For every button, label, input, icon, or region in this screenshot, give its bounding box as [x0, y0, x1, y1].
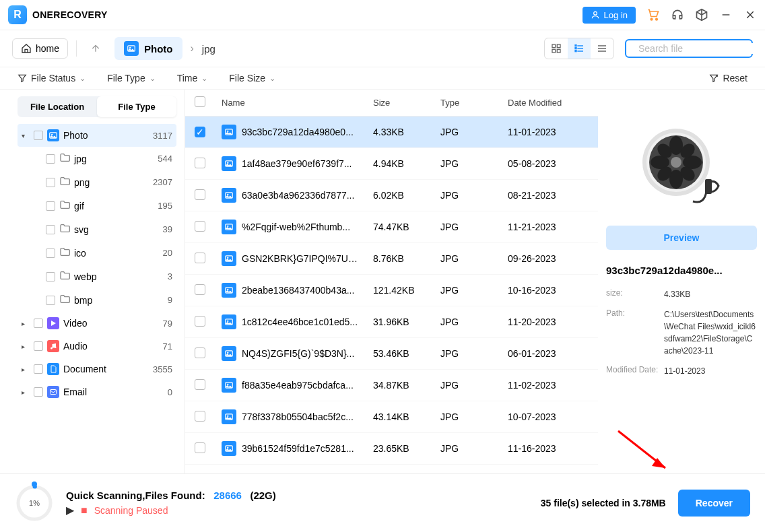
category-name: Audio [63, 341, 159, 352]
file-date: 11-16-2023 [508, 443, 589, 454]
list-view-button[interactable] [591, 38, 613, 59]
sidebar-category-video[interactable]: ▸ Video 79 [18, 312, 176, 335]
sidebar-subcategory-ico[interactable]: ico 20 [18, 241, 176, 265]
stop-button[interactable]: ■ [81, 504, 88, 517]
sidebar-subcategory-svg[interactable]: svg 39 [18, 218, 176, 241]
header-size[interactable]: Size [373, 98, 440, 108]
cart-icon[interactable] [646, 8, 660, 22]
preview-button[interactable]: Preview [606, 226, 757, 250]
sidebar-category-document[interactable]: ▸ Document 3555 [18, 358, 176, 380]
sidebar-category-photo[interactable]: ▾ Photo 3117 [18, 124, 176, 147]
up-button[interactable] [85, 38, 106, 59]
checkbox[interactable] [46, 272, 55, 281]
login-button[interactable]: Log in [583, 7, 636, 24]
audio-icon [47, 340, 59, 352]
table-row[interactable]: 1af48ae379e90ef6739f7... 4.94KB JPG 05-0… [185, 148, 598, 180]
filter-time[interactable]: Time ⌄ [177, 73, 208, 84]
header-type[interactable]: Type [440, 98, 508, 108]
row-checkbox[interactable] [195, 411, 205, 422]
filter-size[interactable]: File Size ⌄ [229, 73, 275, 84]
table-row[interactable]: NQ4S)ZGFI5{G)`9$D3N}... 53.46KB JPG 06-0… [185, 338, 598, 370]
svg-rect-15 [575, 45, 576, 46]
checkbox[interactable] [34, 131, 43, 140]
search-input[interactable] [638, 43, 756, 54]
checkbox[interactable] [46, 296, 55, 305]
folder-icon [59, 176, 70, 189]
row-checkbox[interactable] [195, 442, 205, 453]
tab-file-type[interactable]: File Type [97, 96, 176, 117]
checkbox[interactable] [46, 178, 55, 187]
close-icon[interactable] [743, 8, 757, 22]
subcategory-name: png [74, 177, 149, 188]
file-name: f88a35e4eab975cbdafca... [242, 380, 354, 391]
checkbox[interactable] [46, 154, 55, 164]
checkbox[interactable] [34, 364, 43, 374]
file-size: 31.96KB [373, 317, 440, 327]
sidebar-category-audio[interactable]: ▸ Audio 71 [18, 335, 176, 358]
image-icon [222, 409, 236, 424]
svg-point-36 [227, 194, 228, 195]
sidebar-subcategory-webp[interactable]: webp 3 [18, 265, 176, 288]
minimize-icon[interactable] [719, 8, 733, 22]
row-checkbox[interactable] [195, 189, 205, 200]
file-name: NQ4S)ZGFI5{G)`9$D3N}... [242, 348, 354, 359]
header-date[interactable]: Date Modified [508, 98, 589, 108]
image-icon [222, 220, 236, 234]
row-checkbox[interactable] [195, 158, 205, 168]
breadcrumb-root[interactable]: Photo [114, 37, 182, 60]
table-row[interactable]: f88a35e4eab975cbdafca... 34.87KB JPG 11-… [185, 370, 598, 401]
table-row[interactable]: 1c812c4ee46bce1c01ed5... 31.96KB JPG 11-… [185, 306, 598, 338]
grid-view-button[interactable] [545, 38, 568, 59]
table-row[interactable]: 63a0e3b4a962336d7877... 6.02KB JPG 08-21… [185, 180, 598, 211]
table-row[interactable]: ✓ 93c3bc729a12da4980e0... 4.33KB JPG 11-… [185, 117, 598, 148]
table-row[interactable]: 778f3378b05504bac5f2c... 43.14KB JPG 10-… [185, 401, 598, 433]
checkbox[interactable] [46, 201, 55, 211]
recover-button[interactable]: Recover [678, 490, 750, 517]
sidebar-subcategory-bmp[interactable]: bmp 9 [18, 288, 176, 312]
search-box[interactable] [625, 39, 753, 58]
support-icon[interactable] [671, 8, 684, 22]
svg-rect-17 [575, 51, 576, 52]
cube-icon[interactable] [695, 8, 708, 22]
row-checkbox[interactable] [195, 284, 205, 295]
row-checkbox[interactable] [195, 221, 205, 232]
row-checkbox[interactable] [195, 316, 205, 327]
file-date: 10-07-2023 [508, 411, 589, 422]
checkbox[interactable] [46, 248, 55, 258]
file-name: 1af48ae379e90ef6739f7... [242, 158, 352, 169]
sidebar: File Location File Type ▾ Photo 3117 jpg… [0, 90, 185, 473]
svg-rect-10 [552, 49, 556, 53]
row-checkbox[interactable] [195, 379, 205, 390]
header-name[interactable]: Name [222, 98, 373, 108]
caret-icon: ▸ [22, 389, 30, 396]
checkbox[interactable] [46, 225, 55, 234]
file-name: GSN2KBRK}G7IPQI%7U2... [242, 253, 360, 264]
checkbox[interactable] [34, 319, 43, 328]
folder-icon [59, 270, 70, 283]
checkbox[interactable] [34, 387, 43, 397]
sidebar-subcategory-gif[interactable]: gif 195 [18, 194, 176, 218]
row-checkbox[interactable]: ✓ [195, 127, 205, 137]
folder-icon [59, 246, 70, 259]
filter-type[interactable]: File Type ⌄ [107, 73, 156, 84]
table-row[interactable]: 2beabe1368437400b43a... 121.42KB JPG 10-… [185, 275, 598, 306]
play-button[interactable]: ▶ [66, 504, 74, 517]
file-name: 1c812c4ee46bce1c01ed5... [242, 317, 358, 327]
tab-file-location[interactable]: File Location [18, 96, 97, 117]
table-row[interactable]: 39b61524f59fd1e7c5281... 23.65KB JPG 11-… [185, 433, 598, 465]
home-button[interactable]: home [12, 38, 68, 59]
table-row[interactable]: %2Fqgif-web%2Fthumb... 74.47KB JPG 11-21… [185, 211, 598, 243]
row-checkbox[interactable] [195, 253, 205, 263]
sidebar-category-email[interactable]: ▸ Email 0 [18, 380, 176, 403]
subcategory-name: bmp [74, 295, 164, 306]
category-name: Video [63, 318, 159, 329]
checkbox[interactable] [34, 341, 43, 351]
table-row[interactable]: GSN2KBRK}G7IPQI%7U2... 8.76KB JPG 09-26-… [185, 243, 598, 275]
reset-filters-button[interactable]: Reset [709, 73, 747, 84]
filter-status[interactable]: File Status ⌄ [18, 73, 86, 84]
detail-list-view-button[interactable] [568, 38, 591, 59]
header-checkbox[interactable] [195, 96, 222, 109]
sidebar-subcategory-png[interactable]: png 2307 [18, 170, 176, 194]
sidebar-subcategory-jpg[interactable]: jpg 544 [18, 147, 176, 170]
row-checkbox[interactable] [195, 347, 205, 358]
